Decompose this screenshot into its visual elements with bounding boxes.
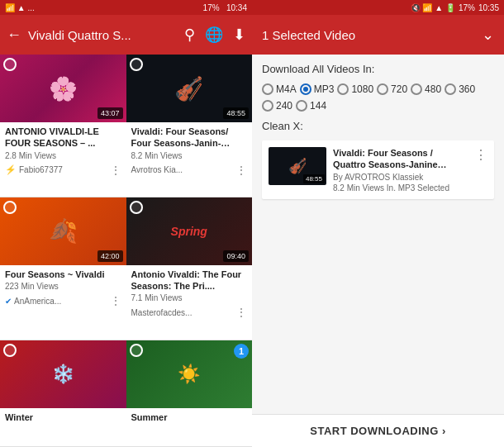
video-info: ANTONIO VIVALDI-LE FOUR SEASONS – ... 2.… (0, 122, 126, 164)
list-item: 48:55 Vivaldi: Four Seasons/ Four Season… (126, 55, 253, 197)
more-icon[interactable]: ⋮ (110, 294, 121, 307)
select-circle[interactable] (130, 201, 143, 214)
format-option-720[interactable]: 720 (377, 83, 407, 95)
list-item: Spring 09:40 Antonio Vivaldi: The Four S… (126, 197, 253, 340)
video-title: Antonio Vivaldi: The Four Seasons: The P… (131, 269, 248, 292)
right-panel: 🔇 📶 ▲ 🔋 17% 10:35 1 Selected Video ⌄ Dow… (252, 0, 504, 447)
format-label-480: 480 (425, 83, 441, 95)
video-title: Vivaldi: Four Seasons/ Four Seasons-Jani… (131, 126, 248, 150)
download-list-item: 48:55 Vivaldi: Four Seasons / Quattro Se… (262, 140, 494, 199)
right-status-bar: 🔇 📶 ▲ 🔋 17% 10:35 (252, 0, 504, 15)
verified-icon: ✔ (5, 297, 12, 306)
select-circle[interactable] (130, 58, 143, 71)
video-views: 2.8 Min Views (5, 151, 121, 160)
video-thumbnail[interactable] (0, 340, 126, 408)
select-circle[interactable] (3, 58, 17, 71)
more-icon[interactable]: ⋮ (235, 164, 247, 177)
video-thumbnail[interactable]: 48:55 (126, 55, 253, 122)
download-icon[interactable]: ⬇ (233, 26, 245, 44)
download-all-label: Download All Videos In: (262, 63, 494, 75)
video-title: ANTONIO VIVALDI-LE FOUR SEASONS – ... (5, 126, 121, 150)
duration-badge: 42:00 (97, 250, 123, 262)
right-status-percent: 17% (459, 3, 475, 12)
back-icon[interactable]: ← (7, 26, 21, 44)
selection-badge: 1 (234, 344, 249, 359)
download-channel: By AVROTROS Klassiek (333, 173, 468, 182)
chevron-down-icon[interactable]: ⌄ (482, 26, 494, 44)
video-thumbnail[interactable]: 43:07 (0, 55, 126, 122)
list-item: Winter (0, 340, 126, 447)
thumb-text: Spring (171, 225, 207, 238)
radio-480[interactable] (411, 83, 422, 95)
video-info: Vivaldi: Four Seasons/ Four Seasons-Jani… (126, 122, 253, 164)
video-footer: Avrotros Kia... ⋮ (126, 164, 253, 177)
format-option-m4a[interactable]: M4A (262, 83, 297, 95)
header-icons: ⚲ 🌐 ⬇ (184, 26, 245, 44)
format-option-480[interactable]: 480 (411, 83, 441, 95)
right-status-time: 10:35 (478, 3, 499, 12)
channel-name: ✔ AnAmerica... (5, 297, 61, 306)
video-views: 223 Min Views (5, 282, 121, 291)
duration-badge: 09:40 (223, 250, 249, 262)
format-label-mp3: MP3 (314, 83, 335, 95)
format-option-144[interactable]: 144 (296, 100, 326, 112)
right-content: Download All Videos In: M4A MP3 1080 720… (252, 55, 504, 414)
duration-badge: 43:07 (97, 107, 123, 119)
radio-240[interactable] (262, 100, 273, 112)
list-item: 42:00 Four Seasons ~ Vivaldi 223 Min Vie… (0, 197, 126, 340)
video-title: Four Seasons ~ Vivaldi (5, 269, 121, 280)
left-panel: 📶 ▲ ... 17% 10:34 ← Vivaldi Quattro S...… (0, 0, 252, 447)
format-option-1080[interactable]: 1080 (337, 83, 373, 95)
format-option-360[interactable]: 360 (445, 83, 475, 95)
left-status-bar: 📶 ▲ ... 17% 10:34 (0, 0, 252, 15)
format-label-360: 360 (459, 83, 475, 95)
radio-360[interactable] (445, 83, 456, 95)
download-info: Vivaldi: Four Seasons / Quattro Seasons-… (333, 147, 468, 193)
video-thumbnail[interactable]: 42:00 (0, 197, 126, 265)
format-label-m4a: M4A (276, 83, 297, 95)
globe-icon[interactable]: 🌐 (205, 26, 223, 44)
radio-720[interactable] (377, 83, 388, 95)
more-options-icon[interactable]: ⋮ (474, 147, 487, 163)
select-circle[interactable] (3, 344, 17, 357)
list-item: 1 Summer (126, 340, 253, 447)
format-label-144: 144 (310, 100, 326, 112)
video-footer: ✔ AnAmerica... ⋮ (0, 294, 126, 307)
video-title: Summer (131, 411, 248, 423)
more-icon[interactable]: ⋮ (235, 306, 247, 319)
video-footer: ⚡ Fabio67377 ⋮ (0, 164, 126, 177)
radio-mp3[interactable] (300, 83, 311, 95)
radio-1080[interactable] (337, 83, 349, 95)
select-circle[interactable] (130, 344, 143, 357)
format-label-720: 720 (391, 83, 407, 95)
start-downloading-button[interactable]: START DOWNLOADING › (310, 425, 446, 437)
format-label-240: 240 (276, 100, 292, 112)
video-thumbnail[interactable]: 1 (126, 340, 253, 408)
left-status-icons: 📶 ▲ ... (5, 3, 35, 12)
channel-name: Masterofacdes... (131, 308, 193, 317)
search-icon[interactable]: ⚲ (184, 26, 195, 44)
left-status-time: 17% 10:34 (203, 3, 247, 12)
channel-name: Avrotros Kia... (131, 165, 183, 174)
clean-filter-label: Clean X: (262, 120, 494, 132)
video-thumbnail[interactable]: Spring 09:40 (126, 197, 253, 265)
radio-144[interactable] (296, 100, 307, 112)
page-title: Vivaldi Quattro S... (28, 28, 178, 42)
video-footer: Masterofacdes... ⋮ (126, 306, 253, 319)
video-info: Winter (0, 408, 126, 426)
radio-m4a[interactable] (262, 83, 273, 95)
selected-count-text: 1 Selected Video (262, 28, 355, 42)
video-info: Antonio Vivaldi: The Four Seasons: The P… (126, 265, 253, 307)
lightning-icon: ⚡ (5, 164, 17, 175)
format-option-mp3[interactable]: MP3 (300, 83, 335, 95)
video-info: Summer (126, 408, 253, 426)
video-info: Four Seasons ~ Vivaldi 223 Min Views (0, 265, 126, 294)
more-icon[interactable]: ⋮ (110, 164, 121, 177)
duration-badge: 48:55 (223, 107, 249, 119)
video-grid: 43:07 ANTONIO VIVALDI-LE FOUR SEASONS – … (0, 55, 252, 447)
right-status-icons: 🔇 📶 ▲ 🔋 (411, 3, 455, 12)
format-options: M4A MP3 1080 720 480 360 (262, 83, 494, 112)
video-views: 7.1 Min Views (131, 293, 248, 302)
format-option-240[interactable]: 240 (262, 100, 292, 112)
select-circle[interactable] (3, 201, 17, 214)
